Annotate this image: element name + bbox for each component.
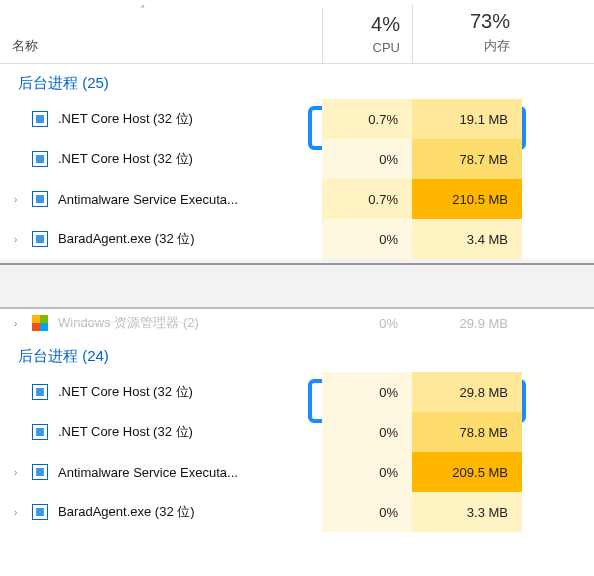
process-memory-value: 19.1 MB <box>412 99 522 139</box>
process-cpu-value: 0% <box>322 492 412 532</box>
application-icon <box>32 151 48 167</box>
process-name-cell: .NET Core Host (32 位) <box>0 110 322 128</box>
column-headers: ˄ 名称 4% CPU 73% 内存 <box>0 0 594 64</box>
process-name-label: Windows 资源管理器 (2) <box>58 314 199 332</box>
process-row[interactable]: .NET Core Host (32 位)0%29.8 MB <box>0 372 594 412</box>
process-memory-value: 78.7 MB <box>412 139 522 179</box>
section-header[interactable]: 后台进程 (24) <box>0 337 594 372</box>
process-name-cell: ›BaradAgent.exe (32 位) <box>0 503 322 521</box>
expand-icon[interactable]: › <box>14 467 22 478</box>
application-icon <box>32 424 48 440</box>
process-name-label: .NET Core Host (32 位) <box>58 150 193 168</box>
process-memory-value: 210.5 MB <box>412 179 522 219</box>
process-name-label: BaradAgent.exe (32 位) <box>58 230 195 248</box>
application-icon <box>32 111 48 127</box>
process-memory-value: 29.9 MB <box>412 309 522 337</box>
expand-icon[interactable]: › <box>14 194 22 205</box>
process-cpu-value: 0% <box>322 139 412 179</box>
application-icon <box>32 464 48 480</box>
process-name-label: BaradAgent.exe (32 位) <box>58 503 195 521</box>
process-cpu-value: 0% <box>322 219 412 259</box>
process-name-cell: ›BaradAgent.exe (32 位) <box>0 230 322 248</box>
windows-icon <box>32 315 48 331</box>
process-row[interactable]: ›Antimalware Service Executa...0.7%210.5… <box>0 179 594 219</box>
application-icon <box>32 231 48 247</box>
process-cpu-value: 0.7% <box>322 99 412 139</box>
screenshot-split-divider <box>0 259 594 309</box>
memory-column-label: 内存 <box>484 37 510 55</box>
name-column-header[interactable]: 名称 <box>0 37 322 63</box>
sort-indicator-icon: ˄ <box>140 4 146 17</box>
expand-icon[interactable]: › <box>14 507 22 518</box>
process-memory-value: 29.8 MB <box>412 372 522 412</box>
process-name-cell: .NET Core Host (32 位) <box>0 423 322 441</box>
process-name-label: .NET Core Host (32 位) <box>58 110 193 128</box>
application-icon <box>32 191 48 207</box>
process-cpu-value: 0% <box>322 372 412 412</box>
process-cpu-value: 0.7% <box>322 179 412 219</box>
process-name-cell: .NET Core Host (32 位) <box>0 150 322 168</box>
process-name-label: .NET Core Host (32 位) <box>58 423 193 441</box>
cpu-column-header[interactable]: 4% CPU <box>322 7 412 63</box>
application-icon <box>32 504 48 520</box>
process-section-1: 后台进程 (25) .NET Core Host (32 位)0.7%19.1 … <box>0 64 594 259</box>
expand-icon[interactable]: › <box>14 234 22 245</box>
section-header[interactable]: 后台进程 (25) <box>0 64 594 99</box>
process-name-cell: .NET Core Host (32 位) <box>0 383 322 401</box>
process-row[interactable]: ›BaradAgent.exe (32 位)0%3.4 MB <box>0 219 594 259</box>
memory-total-percent: 73% <box>470 10 510 33</box>
application-icon <box>32 384 48 400</box>
cpu-total-percent: 4% <box>371 13 400 36</box>
process-row[interactable]: ›Antimalware Service Executa...0%209.5 M… <box>0 452 594 492</box>
process-memory-value: 78.8 MB <box>412 412 522 452</box>
process-name-cell: ›Antimalware Service Executa... <box>0 191 322 207</box>
process-row[interactable]: .NET Core Host (32 位)0.7%19.1 MB <box>0 99 594 139</box>
process-name-label: Antimalware Service Executa... <box>58 465 238 480</box>
process-name-label: Antimalware Service Executa... <box>58 192 238 207</box>
expand-icon: › <box>14 318 22 329</box>
memory-column-header[interactable]: 73% 内存 <box>412 4 522 63</box>
name-column-label: 名称 <box>12 37 38 55</box>
process-memory-value: 3.3 MB <box>412 492 522 532</box>
process-cpu-value: 0% <box>322 412 412 452</box>
process-cpu-value: 0% <box>322 309 412 337</box>
cpu-column-label: CPU <box>373 40 400 55</box>
process-name-cell: ›Antimalware Service Executa... <box>0 464 322 480</box>
process-memory-value: 3.4 MB <box>412 219 522 259</box>
process-row[interactable]: .NET Core Host (32 位)0%78.8 MB <box>0 412 594 452</box>
partial-cut-row: › Windows 资源管理器 (2) 0% 29.9 MB <box>0 309 594 337</box>
process-row[interactable]: .NET Core Host (32 位)0%78.7 MB <box>0 139 594 179</box>
process-memory-value: 209.5 MB <box>412 452 522 492</box>
process-row[interactable]: ›BaradAgent.exe (32 位)0%3.3 MB <box>0 492 594 532</box>
process-name-label: .NET Core Host (32 位) <box>58 383 193 401</box>
process-cpu-value: 0% <box>322 452 412 492</box>
process-section-2: › Windows 资源管理器 (2) 0% 29.9 MB 后台进程 (24)… <box>0 309 594 532</box>
